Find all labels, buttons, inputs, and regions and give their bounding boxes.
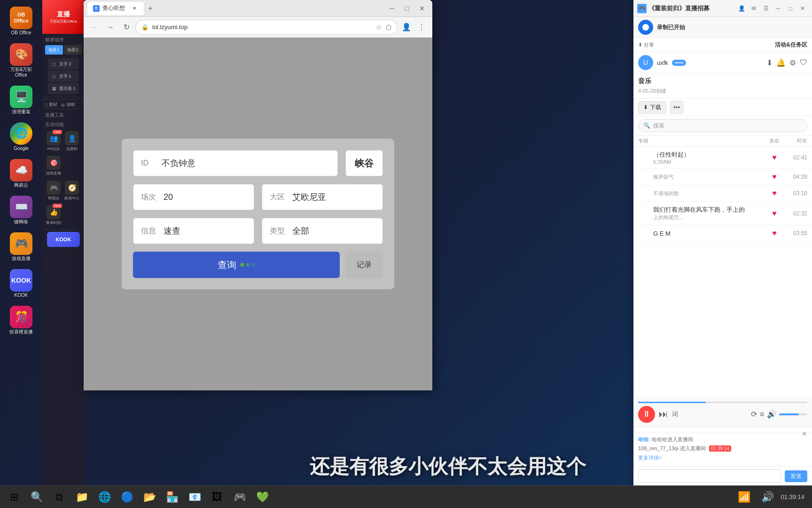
taskbar-folder2[interactable]: 📂 xyxy=(139,488,160,507)
chat-more-link[interactable]: 更多详情> xyxy=(638,455,662,460)
taskbar-multitask[interactable]: ⧉ xyxy=(49,488,70,507)
track-name-5: G E M xyxy=(653,230,761,237)
desktop-icon-colorful[interactable]: 🎨 万彩&万彩Office xyxy=(2,40,40,81)
desktop-icon-chrome[interactable]: 🌐 Google xyxy=(2,119,40,154)
track-item-5[interactable]: G E M ♥ 03:55 xyxy=(633,225,812,242)
scene2-btn[interactable]: 场景2 xyxy=(64,45,82,55)
desktop-icon-keyboard[interactable]: ⌨️ 键网络 xyxy=(2,193,40,228)
active-browser-tab[interactable]: 查 查心听想 ✕ xyxy=(87,2,144,15)
type-field[interactable]: 类型 全部 xyxy=(262,218,383,244)
filter-btn[interactable]: ◎ 滤镜 xyxy=(61,102,75,108)
taskbar-edge[interactable]: 🌐 xyxy=(94,488,115,507)
text1-item[interactable]: □ 文字 1 xyxy=(48,71,79,82)
track-like-3[interactable]: ♥ xyxy=(765,189,784,198)
taskbar-file-explorer[interactable]: 📁 xyxy=(71,488,92,507)
bookmark-icon[interactable]: ☆ xyxy=(376,24,382,31)
back-btn[interactable]: ← xyxy=(87,20,102,34)
player-loop-icon[interactable]: ⟳ xyxy=(751,410,757,419)
user-bar-icons: ⬇ 🔔 ⚙ 🛡 xyxy=(766,58,807,67)
track-like-5[interactable]: ♥ xyxy=(765,229,784,238)
help-tool[interactable]: 🎮 帮我玩 xyxy=(45,179,62,202)
user-profile-btn[interactable]: 👤 xyxy=(399,20,414,34)
kook-icon[interactable]: KOOK xyxy=(47,232,80,247)
right-panel-menu-btn[interactable]: ☰ xyxy=(760,3,772,14)
resources-btn[interactable]: □ 素材 xyxy=(45,102,57,108)
taskbar-search[interactable]: 🔍 xyxy=(26,488,47,507)
right-panel-close-btn[interactable]: ✕ xyxy=(797,3,808,14)
taskbar-chrome[interactable]: 🔵 xyxy=(117,488,137,507)
forward-btn[interactable]: → xyxy=(103,20,117,34)
minimize-btn[interactable]: ─ xyxy=(385,2,398,15)
region-field[interactable]: 大区 艾欧尼亚 xyxy=(262,184,383,210)
chat-close-btn[interactable]: ✕ xyxy=(802,430,807,437)
chat-input[interactable] xyxy=(638,469,781,483)
guide-tool[interactable]: 👤 连麦制 xyxy=(63,130,80,153)
taskbar-nvidia[interactable]: 💚 xyxy=(252,488,273,507)
right-panel-maximize-btn[interactable]: □ xyxy=(785,3,796,14)
taskbar-mail[interactable]: 📧 xyxy=(184,488,205,507)
desktop-icon-surprise[interactable]: 🎊 惊喜哩直播 xyxy=(2,303,40,338)
matches-field[interactable]: 场次 20 xyxy=(133,184,254,210)
user-shield-icon[interactable]: 🛡 xyxy=(800,58,807,67)
user-gear-icon[interactable]: ⚙ xyxy=(789,58,796,67)
new-tab-btn[interactable]: + xyxy=(145,3,156,14)
track-like-1[interactable]: ♥ xyxy=(765,153,784,162)
display-item[interactable]: 🖥 显示器 1 xyxy=(48,83,79,94)
player-pause-btn[interactable]: ⏸ xyxy=(638,406,655,423)
right-panel-msg-btn[interactable]: ✉ xyxy=(748,3,759,14)
id-field[interactable]: ID 不负钟意 xyxy=(133,150,338,176)
scene1-btn[interactable]: 场景1 xyxy=(45,45,63,55)
player-volume-icon[interactable]: 🔊 xyxy=(767,410,776,419)
track-like-4[interactable]: ♥ xyxy=(765,209,784,218)
track-like-2[interactable]: ♥ xyxy=(765,173,784,181)
right-panel-user-btn[interactable]: 👤 xyxy=(736,3,747,14)
more-options-music-btn[interactable]: ••• xyxy=(670,101,683,114)
user-settings-icon[interactable]: ⬇ xyxy=(766,58,773,67)
taskbar-right: 📶 🔊 01:39:14 xyxy=(734,488,812,507)
close-btn[interactable]: ✕ xyxy=(415,2,429,15)
music-search-field[interactable]: 🔍 搜索 xyxy=(638,119,807,132)
pk-tool[interactable]: 👥 New PK玩法 xyxy=(45,130,62,153)
desktop-icon-game[interactable]: 🎮 游戏直播 xyxy=(2,230,40,264)
track-item-3[interactable]: 不退缩的歌 ♥ 03:10 xyxy=(633,185,812,202)
record-button[interactable]: 记录 xyxy=(345,252,383,278)
text1-icon: □ xyxy=(51,73,57,79)
taskbar-photo[interactable]: 🖼 xyxy=(207,488,227,507)
player-next-btn[interactable]: ⏭ xyxy=(659,409,668,420)
desktop-icon-kook[interactable]: KOOK KOOK xyxy=(2,266,40,301)
extensions-icon[interactable]: ⬡ xyxy=(386,24,391,31)
taskbar-steam[interactable]: 🎮 xyxy=(229,488,250,507)
tab-close-btn[interactable]: ✕ xyxy=(131,5,138,12)
refresh-btn[interactable]: ↻ xyxy=(119,20,133,34)
text2-item[interactable]: □ 文字 2 xyxy=(48,58,79,70)
taskbar-wifi[interactable]: 📶 xyxy=(734,488,754,507)
desktop-icon-netease[interactable]: ☁️ 网易云 xyxy=(2,156,40,191)
nav-tool[interactable]: 🧭 航海中心 xyxy=(63,179,80,202)
user-notify-icon[interactable]: 🔔 xyxy=(776,58,786,67)
desktop-icon-ob-office[interactable]: OBOffice OB Office xyxy=(2,4,40,39)
player-list-icon[interactable]: ≡ xyxy=(760,410,764,419)
start-btn[interactable]: ⊞ xyxy=(4,488,24,507)
track-item-1[interactable]: （任性时起） 5:20AM ♥ 02:41 xyxy=(633,147,812,169)
points-tool[interactable]: 👍 New 集体时刻 xyxy=(45,204,62,227)
info-field[interactable]: 信息 速查 xyxy=(133,218,254,244)
taskbar-store[interactable]: 🏪 xyxy=(162,488,182,507)
more-options-btn[interactable]: ⋮ xyxy=(414,20,429,34)
taskbar-volume[interactable]: 🔊 xyxy=(757,488,778,507)
player-lyrics-btn[interactable]: 词 xyxy=(672,410,678,419)
right-panel-minimize-btn[interactable]: ─ xyxy=(773,3,784,14)
game-tool[interactable]: 🎯 游戏直播 xyxy=(45,154,62,177)
query-button[interactable]: 查询 xyxy=(133,252,340,278)
desktop-icon-clean[interactable]: 🖥️ 清理重装 xyxy=(2,83,40,118)
netease-label: 网易云 xyxy=(14,183,28,188)
share-btn[interactable]: ⬆ 分享 xyxy=(638,41,654,48)
player-progress-bar[interactable] xyxy=(638,402,807,403)
track-item-4[interactable]: 我们打着光脚在风车下跑，手上的 上的狗尾巴... ♥ 02:32 xyxy=(633,202,812,225)
send-btn[interactable]: 发送 xyxy=(785,470,807,482)
volume-slider[interactable] xyxy=(779,413,807,415)
maximize-btn[interactable]: □ xyxy=(400,2,414,15)
track-item-2[interactable]: 噪声叹气 ♥ 04:28 xyxy=(633,169,812,185)
download-btn[interactable]: ⬇ 下载 xyxy=(638,101,666,114)
track-info-2: 噪声叹气 xyxy=(649,174,765,181)
address-bar[interactable]: 🔒 lol.lzyumi.top ☆ ⬡ xyxy=(135,20,398,35)
